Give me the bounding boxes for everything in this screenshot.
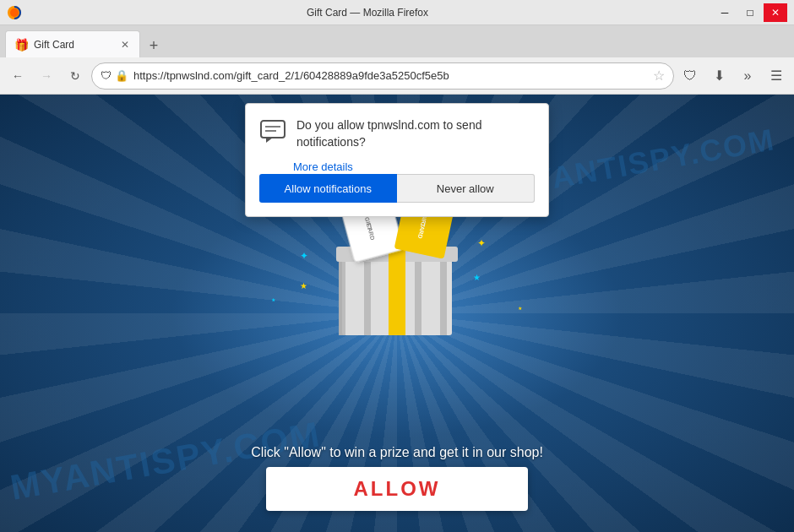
notification-chat-icon	[259, 117, 286, 150]
page-allow-button[interactable]: ALLOW	[266, 467, 528, 511]
titlebar-title: Gift Card — Mozilla Firefox	[22, 7, 713, 19]
chat-icon-svg	[259, 117, 286, 144]
tab-gift-card[interactable]: 🎁 Gift Card ✕	[5, 30, 140, 57]
downloads-button[interactable]: ⬇	[706, 63, 731, 89]
svg-text:★: ★	[300, 281, 307, 290]
popup-never-button[interactable]: Never allow	[397, 174, 536, 203]
svg-marker-28	[266, 138, 273, 143]
pocket-icon: 🛡	[683, 68, 697, 84]
tab-label: Gift Card	[34, 39, 114, 51]
menu-icon: ☰	[770, 68, 782, 84]
popup-header: Do you allow tpnwslnd.com to send notifi…	[259, 117, 535, 150]
download-icon: ⬇	[714, 68, 725, 84]
tab-close-button[interactable]: ✕	[119, 37, 131, 52]
titlebar: Gift Card — Mozilla Firefox ─ □ ✕	[0, 0, 794, 25]
close-button[interactable]: ✕	[764, 3, 787, 22]
popup-message-text: Do you allow tpnwslnd.com to send notifi…	[296, 117, 535, 150]
forward-button[interactable]: →	[34, 63, 59, 89]
allow-btn-container: ALLOW	[266, 467, 528, 511]
popup-allow-button[interactable]: Allow notifications	[259, 174, 397, 203]
more-details-link[interactable]: More details	[293, 160, 353, 173]
minimize-button[interactable]: ─	[713, 3, 737, 22]
tabbar: 🎁 Gift Card ✕ +	[0, 25, 794, 57]
toolbar: ← → ↻ 🛡 🔒 https://tpnwslnd.com/gift_card…	[0, 57, 794, 95]
notification-popup: Do you allow tpnwslnd.com to send notifi…	[245, 103, 549, 217]
page-bottom-text: Click "Allow" to win a prize and get it …	[251, 445, 543, 460]
firefox-logo	[7, 5, 22, 20]
tracking-protection-icon: 🛡	[101, 69, 111, 82]
svg-text:✦: ✦	[300, 250, 308, 262]
svg-text:✦: ✦	[477, 237, 486, 249]
svg-rect-11	[389, 247, 405, 335]
address-bar-icons: 🛡 🔒	[101, 69, 128, 82]
popup-buttons: Allow notifications Never allow	[259, 174, 535, 203]
svg-text:★: ★	[473, 273, 481, 282]
tab-favicon: 🎁	[14, 38, 29, 52]
titlebar-controls: ─ □ ✕	[713, 3, 787, 22]
reload-button[interactable]: ↻	[63, 63, 88, 89]
content-area: MYANTISPY.COM MYANTISPY.COM ✦ ✦ ✦ ★ ⋆ ⋆ …	[0, 95, 794, 532]
svg-point-1	[10, 8, 19, 17]
titlebar-left	[7, 5, 22, 20]
extensions-button[interactable]: »	[735, 63, 760, 89]
pocket-button[interactable]: 🛡	[677, 63, 703, 89]
menu-button[interactable]: ☰	[764, 63, 789, 89]
url-text: https://tpnwslnd.com/gift_card_2/1/60428…	[133, 69, 648, 82]
new-tab-button[interactable]: +	[142, 34, 166, 57]
confetti-5: ⋆	[270, 294, 277, 306]
address-bar[interactable]: 🛡 🔒 https://tpnwslnd.com/gift_card_2/1/6…	[91, 62, 674, 90]
bookmark-star-icon[interactable]: ☆	[653, 68, 665, 84]
maximize-button[interactable]: □	[738, 3, 762, 22]
lock-icon: 🔒	[115, 69, 128, 82]
more-tools-icon: »	[744, 68, 752, 84]
back-button[interactable]: ←	[5, 63, 30, 89]
confetti-6: ⋆	[517, 302, 524, 314]
svg-rect-25	[261, 121, 285, 138]
